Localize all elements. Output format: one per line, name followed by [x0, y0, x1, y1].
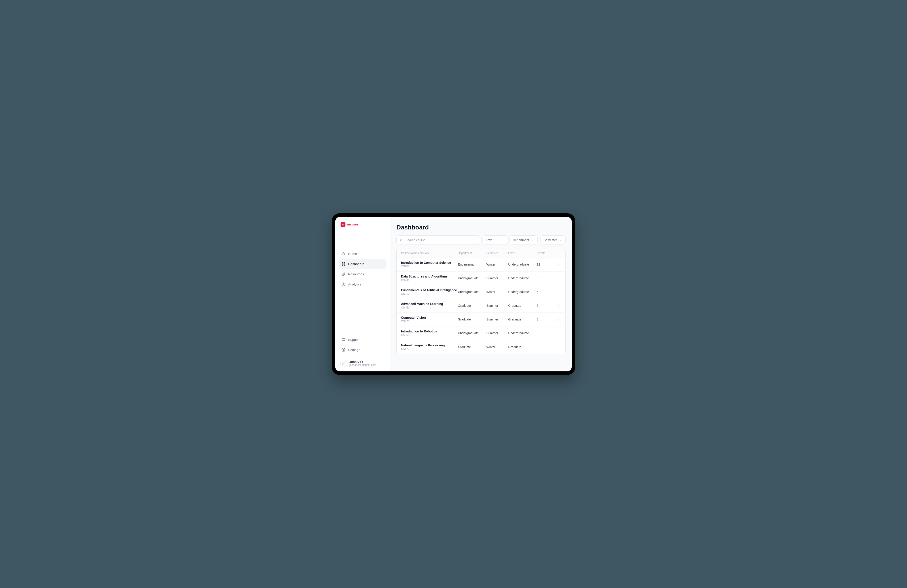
svg-rect-2 — [342, 264, 343, 265]
chat-icon — [341, 338, 345, 342]
sidebar-item-dashboard[interactable]: Dashboard — [339, 260, 386, 269]
search-input[interactable] — [405, 238, 476, 242]
cell-department: Graduate — [458, 304, 486, 308]
svg-point-11 — [558, 265, 558, 266]
table-row[interactable]: Introduction to RoboticsCS360Undergradua… — [397, 327, 565, 340]
table-header: Course Name and Code Department Semester… — [397, 249, 565, 258]
profile-card[interactable]: John Doe johndoe@menntu.com — [339, 358, 386, 368]
course-name: Advanced Machine Learning — [401, 302, 458, 306]
table-row[interactable]: Advanced Machine LearningCS450GraduateSu… — [397, 299, 565, 313]
svg-point-5 — [343, 349, 344, 350]
svg-point-16 — [558, 292, 558, 292]
page-title: Dashboard — [396, 224, 566, 231]
sidebar-nav-primary: HomeDashboardResourcesAnalytics — [339, 249, 386, 289]
main-content: Dashboard LevelDepartmentSemester Course… — [390, 217, 572, 372]
tablet-frame: m menntu HomeDashboardResourcesAnalytics… — [332, 213, 575, 375]
cell-level: Graduate — [508, 304, 537, 308]
profile-email: johndoe@menntu.com — [349, 364, 376, 367]
gear-icon — [341, 348, 345, 352]
row-actions-button[interactable] — [556, 262, 561, 267]
svg-point-25 — [558, 333, 558, 333]
filter-select-department[interactable]: Department — [510, 236, 538, 245]
select-label: Level — [486, 238, 493, 242]
col-level: Level — [508, 252, 537, 255]
sidebar-item-support[interactable]: Support — [339, 335, 386, 344]
row-actions-button[interactable] — [556, 303, 561, 308]
course-code: CS201 — [401, 279, 458, 282]
profile-name: John Doe — [349, 360, 376, 364]
paperclip-icon — [341, 272, 345, 276]
row-actions-button[interactable] — [556, 344, 561, 350]
cell-credits: 3 — [537, 317, 552, 321]
chevron-down-icon — [531, 239, 534, 242]
svg-point-10 — [558, 264, 558, 264]
course-name: Introduction to Computer Science — [401, 261, 458, 264]
cell-department: Graduate — [458, 317, 486, 321]
cell-level: Undergraduate — [508, 276, 537, 280]
svg-point-22 — [558, 319, 558, 320]
cell-credits: 5 — [537, 304, 552, 308]
chevron-down-icon — [559, 239, 562, 242]
brand-logo[interactable]: m menntu — [339, 222, 386, 229]
course-code: CS310 — [401, 292, 458, 295]
table-row[interactable]: Fundamentals of Artificial IntelligenceC… — [397, 285, 565, 299]
row-actions-button[interactable] — [556, 330, 561, 336]
sidebar-item-label: Support — [348, 338, 360, 341]
svg-point-13 — [558, 278, 558, 279]
filter-select-level[interactable]: Level — [482, 236, 507, 245]
col-credits: Credits — [537, 252, 552, 255]
col-course: Course Name and Code — [401, 252, 458, 255]
sidebar-item-label: Resources — [348, 272, 364, 276]
table-row[interactable]: Computer VisionCS475GraduateSummerGradua… — [397, 313, 565, 327]
sidebar-item-label: Home — [348, 252, 357, 256]
pie-icon — [341, 282, 345, 286]
row-actions-button[interactable] — [556, 317, 561, 322]
svg-point-17 — [558, 293, 558, 293]
home-icon — [341, 252, 345, 256]
svg-rect-1 — [344, 263, 345, 264]
sidebar-item-home[interactable]: Home — [339, 249, 386, 258]
svg-point-9 — [558, 263, 558, 264]
select-label: Department — [513, 238, 529, 242]
search-box[interactable] — [396, 236, 480, 245]
cell-department: Graduate — [458, 345, 486, 349]
row-actions-button[interactable] — [556, 276, 561, 281]
svg-rect-0 — [342, 263, 343, 264]
course-code: CS470 — [401, 348, 458, 351]
svg-point-6 — [343, 362, 345, 364]
svg-point-14 — [558, 279, 558, 279]
col-semester: Semester — [486, 252, 508, 255]
dots-vertical-icon — [556, 331, 560, 335]
dashboard-icon — [341, 262, 345, 266]
row-actions-button[interactable] — [556, 289, 561, 295]
cell-level: Undergraduate — [508, 331, 537, 335]
cell-department: Undergraduate — [458, 331, 486, 335]
sidebar-nav-secondary: SupportSettings — [339, 335, 386, 354]
filter-select-semester[interactable]: Semester — [540, 236, 566, 245]
table-row[interactable]: Introduction to Computer ScienceCS101Eng… — [397, 258, 565, 272]
course-code: CS360 — [401, 333, 458, 336]
sidebar: m menntu HomeDashboardResourcesAnalytics… — [335, 217, 390, 372]
sidebar-item-settings[interactable]: Settings — [339, 345, 386, 354]
cell-credits: 3 — [537, 331, 552, 335]
dots-vertical-icon — [556, 276, 560, 280]
course-code: CS450 — [401, 306, 458, 309]
cell-semester: Winter — [486, 263, 508, 266]
filter-row: LevelDepartmentSemester — [396, 236, 566, 245]
course-code: CS475 — [401, 320, 458, 323]
sidebar-item-resources[interactable]: Resources — [339, 269, 386, 279]
table-row[interactable]: Data Structures and AlgorithmsCS201Under… — [397, 272, 565, 285]
cell-semester: Summer — [486, 317, 508, 321]
svg-point-27 — [558, 346, 558, 346]
svg-point-7 — [401, 239, 402, 241]
col-department: Department — [458, 252, 486, 255]
logo-badge: m — [341, 222, 345, 227]
cell-semester: Summer — [486, 276, 508, 280]
dots-vertical-icon — [556, 290, 560, 294]
table-row[interactable]: Natural Language ProcessingCS470Graduate… — [397, 340, 565, 354]
search-icon — [400, 238, 403, 242]
sidebar-item-analytics[interactable]: Analytics — [339, 280, 386, 289]
cell-credits: 6 — [537, 290, 552, 294]
sidebar-item-label: Dashboard — [348, 262, 364, 266]
course-name: Computer Vision — [401, 316, 458, 319]
